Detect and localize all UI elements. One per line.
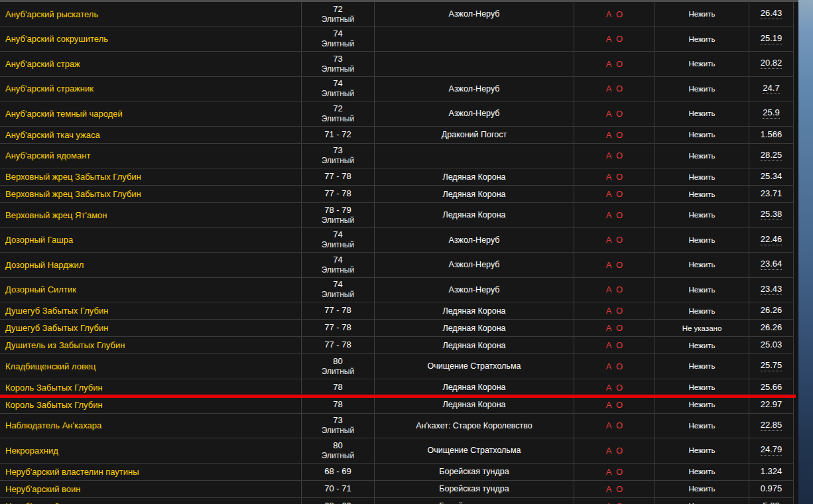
- npc-name-link[interactable]: Душегуб Забытых Глубин: [5, 306, 108, 316]
- value-cell: 25.19: [749, 27, 794, 52]
- value-number[interactable]: 24.7: [763, 84, 779, 94]
- level-value: 70 - 71: [324, 483, 351, 494]
- name-cell: Неруб'арский воин: [0, 481, 302, 497]
- zone-cell: Ан'кахет: Старое Королевство: [375, 414, 574, 438]
- reaction-alliance-horde: А О: [606, 467, 623, 477]
- value-number[interactable]: 25.75: [761, 361, 782, 371]
- zone-cell: [375, 144, 574, 168]
- value-cell: 22.97: [749, 397, 794, 413]
- creature-type-cell: Нежить: [655, 203, 749, 227]
- zone-cell: [375, 27, 574, 52]
- value-number[interactable]: 24.79: [761, 445, 782, 456]
- level-elite-label: Элитный: [322, 265, 354, 275]
- npc-name-link[interactable]: Неруб'арский воин: [5, 484, 81, 494]
- reaction-alliance-horde: А О: [606, 420, 623, 430]
- npc-name-link[interactable]: Верховный жрец Забытых Глубин: [5, 189, 141, 199]
- reaction-cell: А О: [574, 354, 655, 379]
- npc-name-link[interactable]: Ануб'арский ткач ужаса: [5, 130, 100, 140]
- value-number[interactable]: 26.43: [761, 9, 782, 19]
- zone-cell: Очищение Стратхольма: [375, 438, 574, 463]
- npc-name-link[interactable]: Король Забытых Глубин: [5, 383, 103, 393]
- npc-name-link[interactable]: Ануб'арский рыскатель: [5, 9, 98, 19]
- npc-name-link[interactable]: Дозорный Нарджил: [5, 260, 84, 270]
- zone-cell: Азжол-Неруб: [375, 101, 574, 126]
- table-row: Ануб'арский стражник 74 Элитный Азжол-Не…: [0, 77, 794, 102]
- level-elite-label: Элитный: [322, 240, 354, 250]
- reaction-alliance-horde: А О: [606, 446, 623, 456]
- level-cell: 74 Элитный: [302, 253, 375, 277]
- level-elite-label: Элитный: [322, 290, 354, 300]
- reaction-cell: А О: [574, 168, 655, 185]
- value-number[interactable]: 23.43: [761, 284, 782, 295]
- npc-name-link[interactable]: Наблюдатель Ан'кахара: [5, 420, 101, 430]
- page: Ануб'арский рыскатель 72 Элитный Азжол-Н…: [0, 0, 813, 504]
- level-cell: 74 Элитный: [302, 77, 375, 101]
- npc-name-link[interactable]: Некрорахнид: [5, 446, 58, 456]
- level-value: 68 - 69: [324, 466, 351, 477]
- zone-cell: Ледяная Корона: [375, 379, 574, 396]
- reaction-alliance-horde: А О: [606, 306, 623, 316]
- creature-type-cell: Нежить: [655, 481, 749, 497]
- name-cell: Ануб'арский страж: [0, 52, 302, 76]
- npc-name-link[interactable]: Кладбищенский ловец: [5, 361, 95, 371]
- name-cell: Наблюдатель Ан'кахара: [0, 414, 302, 438]
- value-cell: 5.88: [749, 498, 794, 504]
- name-cell: Неруб'арский властелин паутины: [0, 464, 302, 480]
- value-number[interactable]: 23.64: [761, 259, 782, 270]
- table-row: Король Забытых Глубин 78 Ледяная Корона …: [0, 397, 794, 414]
- value-number[interactable]: 22.85: [761, 420, 782, 431]
- table-row: Ануб'арский рыскатель 72 Элитный Азжол-Н…: [0, 2, 794, 27]
- table-row: Душегуб Забытых Глубин 77 - 78 Ледяная К…: [0, 302, 794, 320]
- reaction-alliance-horde: А О: [606, 189, 623, 199]
- name-cell: Душитель из Забытых Глубин: [0, 337, 302, 353]
- level-value: 78: [333, 399, 342, 410]
- value-number[interactable]: 20.82: [761, 58, 782, 69]
- npc-name-link[interactable]: Неруб'арский властелин паутины: [5, 467, 139, 477]
- reaction-cell: А О: [574, 52, 655, 76]
- name-cell: Ануб'арский ткач ужаса: [0, 127, 302, 143]
- level-cell: 73 Элитный: [302, 414, 375, 438]
- page-background-sky: [798, 0, 813, 504]
- level-value: 74: [333, 29, 342, 39]
- zone-cell: Драконий Погост: [375, 127, 574, 143]
- value-number[interactable]: 22.46: [761, 235, 782, 245]
- value-number[interactable]: 25.9: [763, 108, 779, 119]
- npc-name-link[interactable]: Неруб'арский дозорщик: [5, 501, 101, 504]
- npc-name-link[interactable]: Ануб'арский страж: [5, 59, 80, 69]
- npc-name-link[interactable]: Ануб'арский сокрушитель: [5, 34, 108, 44]
- level-cell: 80 Элитный: [302, 354, 375, 379]
- level-value: 74: [333, 78, 342, 89]
- reaction-cell: А О: [574, 302, 655, 319]
- level-value: 77 - 78: [324, 305, 351, 316]
- value-number: 0.975: [761, 484, 782, 493]
- level-cell: 77 - 78: [302, 168, 375, 185]
- npc-name-link[interactable]: Дозорный Гашра: [5, 235, 73, 245]
- level-value: 73: [333, 415, 342, 426]
- npc-name-link[interactable]: Ануб'арский темный чародей: [5, 109, 123, 119]
- value-cell: 26.43: [749, 2, 794, 27]
- npc-name-link[interactable]: Король Забытых Глубин: [5, 400, 103, 410]
- npc-name-link[interactable]: Дозорный Силтик: [5, 284, 76, 294]
- npc-name-link[interactable]: Верховный жрец Ят'амон: [5, 210, 107, 220]
- level-value: 72: [333, 4, 342, 15]
- value-number[interactable]: 28.25: [761, 151, 782, 161]
- value-number[interactable]: 25.19: [761, 34, 782, 44]
- creature-type-cell: Нежить: [655, 77, 749, 101]
- level-elite-label: Элитный: [322, 15, 354, 25]
- table-row: Дозорный Гашра 74 Элитный Азжол-Неруб А …: [0, 228, 794, 253]
- level-value: 72: [333, 103, 342, 114]
- value-number: 5.88: [763, 501, 779, 504]
- creature-type-cell: Нежить: [655, 302, 749, 319]
- npc-name-link[interactable]: Верховный жрец Забытых Глубин: [5, 172, 141, 182]
- npc-name-link[interactable]: Душитель из Забытых Глубин: [5, 340, 125, 350]
- level-cell: 78: [302, 379, 375, 396]
- level-elite-label: Элитный: [322, 216, 354, 225]
- npc-name-link[interactable]: Ануб'арский ядомант: [5, 151, 90, 160]
- name-cell: Некрорахнид: [0, 438, 302, 463]
- npc-name-link[interactable]: Ануб'арский стражник: [5, 84, 94, 94]
- npc-name-link[interactable]: Душегуб Забытых Глубин: [5, 323, 108, 333]
- level-elite-label: Элитный: [322, 367, 354, 377]
- creature-type-cell: Нежить: [655, 354, 749, 379]
- zone-cell: Ледяная Корона: [375, 186, 574, 202]
- value-number[interactable]: 25.38: [761, 210, 782, 220]
